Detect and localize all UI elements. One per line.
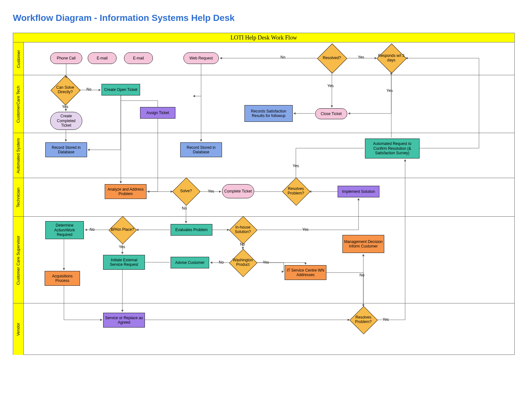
process-complete-ticket: Complete Ticket xyxy=(222,184,254,198)
process-determine-action: Determine Action/Work Required xyxy=(45,221,84,239)
process-records-satisfaction: Records Satisfaction Results for followu… xyxy=(244,105,293,122)
process-acquisitions: Acquisitions Process xyxy=(45,271,80,286)
page-title: Workflow Diagram - Information Systems H… xyxy=(13,13,519,23)
decision-in-house: In-house Solution? xyxy=(233,220,253,239)
label-yes-9: Yes xyxy=(263,260,269,265)
label-no-2: No xyxy=(280,55,285,59)
process-close-ticket: Close Ticket xyxy=(315,108,347,119)
label-yes-10: Yes xyxy=(383,317,389,322)
process-create-completed-ticket: Create Completed Ticket xyxy=(50,112,82,130)
process-record-stored-2: Record Stored in Database xyxy=(180,142,222,157)
decision-responds: Responds w/i 3 days xyxy=(381,48,402,68)
lane-automated: Automated System xyxy=(16,138,21,173)
diagram-title: LOTI Help Desk Work Flow xyxy=(13,33,514,42)
label-no-6: No xyxy=(219,260,224,265)
process-implement-solution: Implement Solution xyxy=(338,186,379,197)
label-yes-4: Yes xyxy=(386,88,393,93)
lane-supervisor: Customer Care Supervisor xyxy=(16,235,21,285)
lane-technician: Technician xyxy=(16,187,21,207)
label-no-5: No xyxy=(240,242,245,247)
process-assign-ticket: Assign Ticket xyxy=(140,107,175,119)
process-initiate-external: Initiate External Service Request xyxy=(103,255,145,270)
start-web-request: Web Request xyxy=(183,52,219,64)
process-analyze: Analyze and Address Problem xyxy=(105,184,146,199)
lane-cc-tech: CustomerCare Tech xyxy=(16,86,21,122)
decision-solve: Solve? xyxy=(176,182,196,201)
decision-resolves-problem: Resolves Problem? xyxy=(286,182,306,201)
process-management-decision: Management Decision Inform Customer xyxy=(342,235,384,253)
decision-can-solve: Can Solve Directly? xyxy=(55,80,75,100)
process-advise-customer: Advise Customer xyxy=(171,257,209,268)
decision-resolves-problem-2: Resolves Problem? xyxy=(354,310,373,329)
label-yes-2: Yes xyxy=(358,55,364,59)
process-evaluates-problem: Evaluates Problem xyxy=(171,224,212,236)
process-service-replace: Service or Replace as Agreed xyxy=(103,313,145,328)
process-automated-request: Automated Request to Confirm Resolution … xyxy=(365,139,420,158)
decision-bpa: BPAin Place? xyxy=(113,220,132,239)
label-no-1: No xyxy=(86,87,91,92)
process-record-stored-1: Record Stored in Database xyxy=(45,142,87,157)
label-no-7: No xyxy=(359,273,364,277)
decision-washington: Washington Product xyxy=(233,253,253,272)
start-phone-call: Phone Call xyxy=(50,52,82,64)
label-yes-1: Yes xyxy=(62,104,68,109)
lane-customer: Customer xyxy=(16,50,21,68)
label-yes-6: Yes xyxy=(293,164,299,168)
label-yes-5: Yes xyxy=(208,189,214,194)
label-yes-8: Yes xyxy=(302,227,309,232)
swimlane-diagram: LOTI Help Desk Work Flow Customer Custom… xyxy=(13,33,515,355)
label-yes-7: Yes xyxy=(119,245,125,249)
label-no-3: No xyxy=(182,206,187,211)
start-email-1: E-mail xyxy=(88,52,117,64)
label-no-4: No xyxy=(90,227,94,232)
process-it-service-centre: IT Service Centre WN Addresses xyxy=(285,265,326,280)
process-create-open-ticket: Create Open Ticket xyxy=(102,84,140,95)
decision-resolved: Resolved? xyxy=(322,48,342,68)
label-yes-3: Yes xyxy=(327,84,334,88)
start-email-2: E-mail xyxy=(124,52,153,64)
lane-vendor: Vendor xyxy=(16,322,21,336)
